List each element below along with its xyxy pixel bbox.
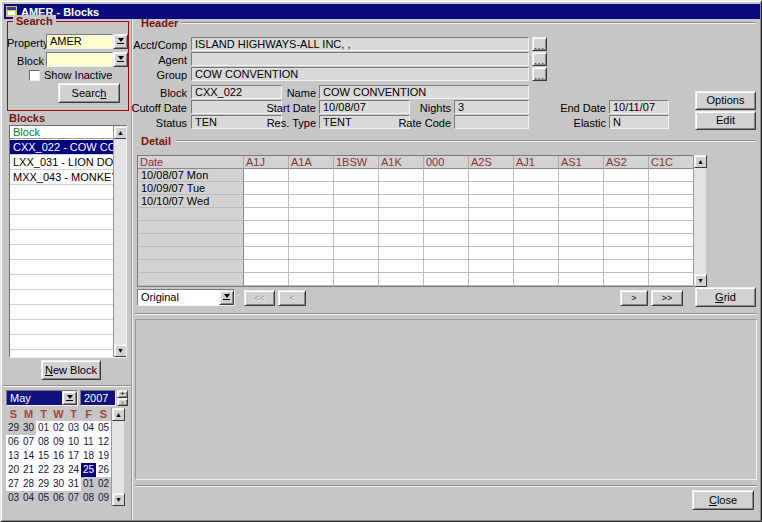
detail-cell[interactable] [334, 247, 379, 260]
block-list-item[interactable] [10, 215, 114, 230]
detail-cell[interactable] [469, 182, 514, 195]
detail-cell[interactable] [244, 208, 289, 221]
scroll-down-button[interactable]: ▼ [114, 344, 127, 357]
detail-cell[interactable] [244, 195, 289, 208]
detail-cell[interactable] [379, 169, 424, 182]
detail-cell[interactable] [514, 234, 559, 247]
elastic-field[interactable]: N [609, 115, 669, 129]
detail-cell[interactable] [424, 234, 469, 247]
group-field[interactable]: COW CONVENTION [191, 67, 529, 81]
detail-cell[interactable] [649, 195, 694, 208]
first-page-button[interactable]: << [244, 290, 275, 306]
detail-cell[interactable] [379, 273, 424, 286]
detail-cell[interactable] [514, 169, 559, 182]
detail-cell[interactable] [289, 273, 334, 286]
detail-cell[interactable] [244, 169, 289, 182]
detail-cell[interactable] [559, 195, 604, 208]
agent-lov-button[interactable]: ... [532, 52, 547, 66]
detail-cell[interactable] [469, 234, 514, 247]
detail-cell[interactable] [604, 169, 649, 182]
detail-cell[interactable] [649, 221, 694, 234]
agent-field[interactable] [191, 52, 529, 66]
new-block-button[interactable]: New Block [41, 360, 101, 380]
detail-cell[interactable] [244, 273, 289, 286]
detail-cell[interactable] [604, 273, 649, 286]
calendar-day[interactable]: 08 [81, 491, 96, 505]
calendar-day[interactable]: 11 [81, 435, 96, 449]
calendar-day[interactable]: 17 [66, 449, 81, 463]
acct-comp-field[interactable]: ISLAND HIGHWAYS-ALL INC, , [191, 37, 529, 51]
grid-button[interactable]: Grid [695, 287, 756, 307]
detail-cell[interactable] [334, 234, 379, 247]
detail-cell[interactable] [424, 208, 469, 221]
detail-cell[interactable] [334, 195, 379, 208]
detail-cell[interactable] [379, 195, 424, 208]
detail-cell[interactable] [559, 182, 604, 195]
detail-cell[interactable] [559, 208, 604, 221]
calendar-day[interactable]: 21 [21, 463, 36, 477]
calendar-day[interactable]: 13 [6, 449, 21, 463]
calendar-day[interactable]: 07 [66, 491, 81, 505]
view-select[interactable]: Original [137, 289, 235, 306]
block-list-item[interactable] [10, 290, 114, 305]
detail-cell[interactable] [289, 208, 334, 221]
next-page-button[interactable]: > [620, 290, 648, 306]
calendar-month-dropdown-button[interactable] [62, 391, 77, 405]
detail-cell[interactable] [469, 221, 514, 234]
detail-cell[interactable] [514, 273, 559, 286]
detail-cell[interactable] [424, 195, 469, 208]
detail-cell[interactable] [334, 260, 379, 273]
detail-cell[interactable] [379, 221, 424, 234]
detail-cell[interactable] [334, 221, 379, 234]
block-list-item[interactable] [10, 335, 114, 350]
detail-cell[interactable] [514, 182, 559, 195]
calendar-day[interactable]: 14 [21, 449, 36, 463]
detail-cell[interactable] [379, 260, 424, 273]
calendar-scrollbar[interactable]: ▲ ▼ [111, 408, 124, 506]
detail-cell[interactable] [289, 169, 334, 182]
calendar-day[interactable]: 10 [66, 435, 81, 449]
detail-cell[interactable] [424, 260, 469, 273]
calendar-day[interactable]: 20 [6, 463, 21, 477]
detail-cell[interactable] [379, 182, 424, 195]
block-list-item[interactable] [10, 200, 114, 215]
detail-cell[interactable] [334, 208, 379, 221]
detail-cell[interactable] [604, 182, 649, 195]
block-list-item[interactable]: LXX_031 - LION DO [10, 155, 114, 170]
block-list-item[interactable] [10, 245, 114, 260]
close-button[interactable]: Close [692, 490, 754, 510]
detail-cell[interactable] [469, 208, 514, 221]
rate-code-field[interactable] [454, 115, 529, 129]
calendar-day[interactable]: 07 [21, 435, 36, 449]
detail-cell[interactable] [604, 221, 649, 234]
calendar-year-down-button[interactable]: - [117, 398, 128, 406]
block-list-item[interactable] [10, 230, 114, 245]
detail-cell[interactable] [469, 169, 514, 182]
calendar-day[interactable]: 05 [96, 421, 111, 435]
show-inactive-checkbox[interactable] [29, 70, 40, 81]
detail-cell[interactable] [424, 169, 469, 182]
detail-cell[interactable] [514, 221, 559, 234]
scroll-down-button[interactable]: ▼ [112, 493, 125, 506]
detail-cell[interactable] [649, 182, 694, 195]
block-list-item[interactable] [10, 305, 114, 320]
prev-page-button[interactable]: < [278, 290, 306, 306]
scroll-up-button[interactable]: ▲ [112, 408, 125, 421]
calendar-day[interactable]: 06 [6, 435, 21, 449]
calendar-day[interactable]: 22 [36, 463, 51, 477]
calendar-day[interactable]: 23 [51, 463, 66, 477]
calendar-day[interactable]: 25 [81, 463, 96, 477]
end-date-field[interactable]: 10/11/07 [609, 100, 669, 114]
detail-cell[interactable] [289, 234, 334, 247]
last-page-button[interactable]: >> [651, 290, 683, 306]
detail-cell[interactable] [379, 234, 424, 247]
calendar-day[interactable]: 09 [51, 435, 66, 449]
detail-cell[interactable] [424, 182, 469, 195]
detail-cell[interactable] [244, 221, 289, 234]
calendar-day[interactable]: 02 [96, 477, 111, 491]
detail-cell[interactable] [514, 208, 559, 221]
calendar-day[interactable]: 08 [36, 435, 51, 449]
detail-cell[interactable] [604, 208, 649, 221]
detail-cell[interactable] [334, 273, 379, 286]
calendar-day[interactable]: 27 [6, 477, 21, 491]
